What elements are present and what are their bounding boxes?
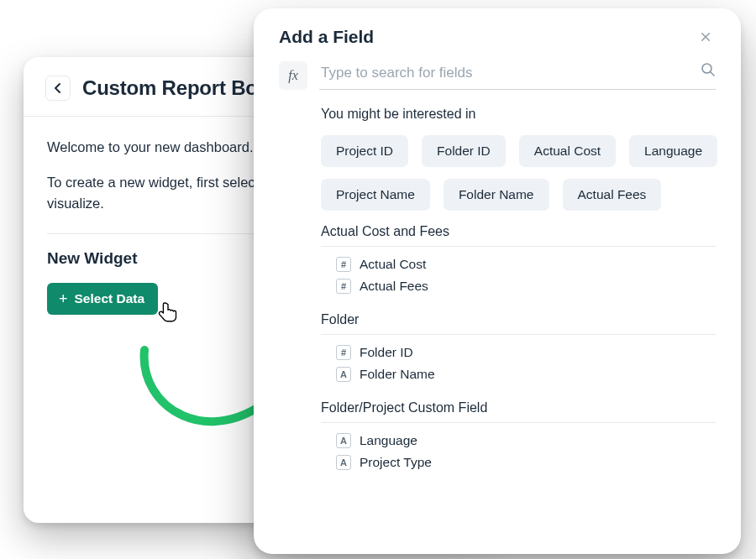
field-label: Actual Fees [360,279,428,294]
search-icon [701,62,716,81]
search-input[interactable] [319,64,692,82]
svg-line-1 [711,72,714,76]
close-icon [701,31,711,43]
chip-project-name[interactable]: Project Name [321,179,430,211]
modal-title: Add a Field [279,27,374,47]
modal-body: You might be interested in Project ID Fo… [254,90,741,475]
field-label: Folder Name [360,367,435,382]
chip-folder-id[interactable]: Folder ID [422,135,506,167]
chip-actual-fees[interactable]: Actual Fees [563,179,662,211]
plus-icon: + [59,291,68,306]
group-title: Folder/Project Custom Field [321,400,741,422]
field-item-language[interactable]: A Language [336,430,741,452]
field-item-folder-name[interactable]: A Folder Name [336,363,741,385]
field-item-actual-fees[interactable]: # Actual Fees [336,275,741,297]
text-type-icon: A [336,433,351,448]
svg-point-0 [702,64,711,73]
number-type-icon: # [336,279,351,294]
field-list: # Actual Cost # Actual Fees [321,247,741,299]
group-title: Folder [321,312,741,334]
chip-row: Project ID Folder ID Actual Cost Languag… [321,135,741,167]
text-type-icon: A [336,367,351,382]
chip-row: Project Name Folder Name Actual Fees [321,179,741,211]
number-type-icon: # [336,257,351,272]
field-item-actual-cost[interactable]: # Actual Cost [336,253,741,275]
field-label: Project Type [360,455,432,470]
close-button[interactable] [696,27,716,47]
add-field-modal: Add a Field fx You might be interested i… [254,8,741,554]
formula-button[interactable]: fx [279,61,307,90]
field-item-project-type[interactable]: A Project Type [336,452,741,473]
field-label: Actual Cost [360,257,426,272]
field-list: # Folder ID A Folder Name [321,335,741,387]
chevron-left-icon [54,82,62,94]
field-group: Actual Cost and Fees # Actual Cost # Act… [321,224,741,299]
select-data-label: Select Data [75,291,145,306]
number-type-icon: # [336,345,351,360]
suggestions-label: You might be interested in [321,107,741,122]
chip-actual-cost[interactable]: Actual Cost [519,135,616,167]
text-type-icon: A [336,455,351,470]
cursor-hand-icon [158,300,180,324]
modal-search-row: fx [254,55,741,90]
chip-project-id[interactable]: Project ID [321,135,408,167]
select-data-button[interactable]: + Select Data [47,283,158,315]
chip-language[interactable]: Language [629,135,717,167]
field-label: Folder ID [360,345,413,360]
back-button[interactable] [45,76,71,101]
formula-icon: fx [288,68,298,83]
chip-folder-name[interactable]: Folder Name [444,179,549,211]
search-wrap [319,60,716,90]
field-group: Folder # Folder ID A Folder Name [321,312,741,387]
field-item-folder-id[interactable]: # Folder ID [336,342,741,363]
field-group: Folder/Project Custom Field A Language A… [321,400,741,475]
field-label: Language [360,433,417,448]
group-title: Actual Cost and Fees [321,224,741,246]
modal-header: Add a Field [254,8,741,55]
field-list: A Language A Project Type [321,423,741,475]
